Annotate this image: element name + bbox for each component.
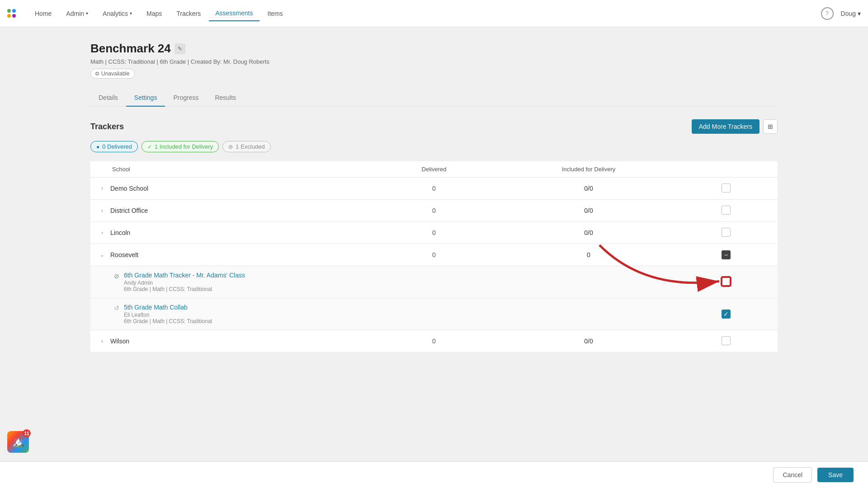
nav-bar: Home Admin ▾ Analytics ▾ Maps Trackers A…: [0, 0, 868, 27]
checkbox-cell[interactable]: [675, 178, 778, 200]
filter-excluded[interactable]: ⊘ 1 Excluded: [222, 141, 270, 152]
checkbox-cell[interactable]: [675, 222, 778, 244]
trackers-table-container: School Delivered Included for Delivery ›…: [90, 161, 778, 352]
tracker-admin: Eli Leafton: [124, 312, 667, 318]
sub-checkbox-cell[interactable]: [675, 266, 778, 298]
school-name: Wilson: [110, 338, 129, 345]
table-row: › District Office 0 0/0: [90, 200, 778, 222]
admin-chevron-icon: ▾: [86, 11, 88, 16]
tracker-info: 5th Grade Math Collab Eli Leafton 6th Gr…: [124, 304, 667, 324]
included-label: 1 Included for Delivery: [155, 143, 213, 150]
delivered-label: 0 Delivered: [102, 143, 132, 150]
collapse-icon[interactable]: ⌄: [98, 250, 107, 259]
school-cell: › District Office: [90, 200, 365, 222]
nav-admin[interactable]: Admin ▾: [60, 6, 94, 21]
school-cell: ⌄ Roosevelt: [90, 244, 365, 266]
include-checkbox[interactable]: [722, 336, 731, 345]
delivered-cell: 0: [365, 222, 503, 244]
nav-maps[interactable]: Maps: [140, 6, 168, 21]
include-checkbox-highlighted[interactable]: [722, 277, 731, 286]
sub-row-detail: ↺ 5th Grade Math Collab Eli Leafton 6th …: [90, 298, 675, 330]
nav-home[interactable]: Home: [28, 6, 58, 21]
tracker-meta: 6th Grade | Math | CCSS: Traditional: [124, 286, 667, 292]
status-badge[interactable]: Unavailable: [90, 69, 135, 79]
tracker-info: 6th Grade Math Tracker - Mr. Adams' Clas…: [124, 272, 667, 292]
tracker-meta: 6th Grade | Math | CCSS: Traditional: [124, 318, 667, 324]
user-menu[interactable]: Doug ▾: [841, 10, 861, 17]
nav-assessments[interactable]: Assessments: [209, 6, 259, 21]
nav-logo[interactable]: [7, 9, 18, 18]
analytics-chevron-icon: ▾: [130, 11, 132, 16]
excluded-icon: ⊘: [228, 144, 233, 150]
page-header: Benchmark 24 ✎ Math | CCSS: Traditional …: [90, 42, 778, 79]
expand-icon[interactable]: ›: [98, 337, 107, 346]
logo-dot-1: [7, 9, 11, 13]
school-cell: › Lincoln: [90, 222, 365, 244]
delivered-cell: 0: [365, 244, 503, 266]
checkbox-cell[interactable]: [675, 200, 778, 222]
table-row: › Wilson 0 0/0: [90, 330, 778, 352]
nav-analytics[interactable]: Analytics ▾: [96, 6, 138, 21]
sub-row: ↺ 5th Grade Math Collab Eli Leafton 6th …: [90, 298, 778, 330]
trackers-settings-button[interactable]: ⊞: [763, 119, 778, 134]
user-chevron-icon: ▾: [858, 10, 861, 17]
tracker-admin: Andy Admin: [124, 280, 667, 286]
help-button[interactable]: ?: [821, 7, 834, 20]
included-cell: 0: [503, 244, 675, 266]
tab-results[interactable]: Results: [207, 89, 244, 107]
include-checkbox-minus[interactable]: −: [722, 250, 731, 259]
logo-dot-2: [12, 9, 16, 13]
included-status-icon: ↺: [114, 305, 119, 312]
sub-checkbox-cell[interactable]: ✓: [675, 298, 778, 330]
expand-icon[interactable]: ›: [98, 228, 107, 237]
expand-icon[interactable]: ›: [98, 206, 107, 215]
tab-progress[interactable]: Progress: [165, 89, 207, 107]
trackers-table: School Delivered Included for Delivery ›…: [90, 161, 778, 352]
school-name: Lincoln: [110, 229, 130, 236]
col-action: [675, 161, 778, 178]
nav-items-link[interactable]: Items: [261, 6, 289, 21]
filter-included[interactable]: ✓ 1 Included for Delivery: [142, 141, 219, 152]
table-row: › Demo School 0 0/0: [90, 178, 778, 200]
filter-delivered[interactable]: ● 0 Delivered: [90, 141, 138, 152]
include-checkbox-checked[interactable]: ✓: [722, 310, 731, 319]
page-title: Benchmark 24: [90, 42, 171, 56]
include-checkbox[interactable]: [722, 183, 731, 192]
col-included: Included for Delivery: [503, 161, 675, 178]
tracker-name: 5th Grade Math Collab: [124, 304, 667, 311]
sub-row: ⊘ 6th Grade Math Tracker - Mr. Adams' Cl…: [90, 266, 778, 298]
school-name: District Office: [110, 207, 148, 214]
checkbox-cell[interactable]: −: [675, 244, 778, 266]
grid-icon: ⊞: [768, 123, 773, 130]
sub-row-detail: ⊘ 6th Grade Math Tracker - Mr. Adams' Cl…: [90, 266, 675, 298]
school-name: Demo School: [110, 185, 148, 192]
nav-items: Home Admin ▾ Analytics ▾ Maps Trackers A…: [28, 6, 821, 21]
add-more-trackers-button[interactable]: Add More Trackers: [692, 119, 760, 134]
include-checkbox[interactable]: [722, 206, 731, 215]
tab-details[interactable]: Details: [90, 89, 126, 107]
bottom-widget[interactable]: 🏔️ 11: [7, 431, 33, 456]
included-icon: ✓: [147, 144, 152, 150]
edit-title-button[interactable]: ✎: [175, 43, 185, 54]
tab-bar: Details Settings Progress Results: [90, 89, 778, 107]
page-title-row: Benchmark 24 ✎: [90, 42, 778, 56]
filter-badges: ● 0 Delivered ✓ 1 Included for Delivery …: [90, 141, 778, 152]
cancel-button[interactable]: Cancel: [773, 467, 812, 483]
included-cell: 0/0: [503, 178, 675, 200]
nav-trackers[interactable]: Trackers: [170, 6, 207, 21]
checkbox-cell[interactable]: [675, 330, 778, 352]
included-cell: 0/0: [503, 330, 675, 352]
excluded-status-icon: ⊘: [114, 272, 119, 280]
delivered-icon: ●: [96, 144, 99, 150]
table-row: ⌄ Roosevelt 0 0 −: [90, 244, 778, 266]
tab-settings[interactable]: Settings: [126, 89, 165, 107]
logo-dot-4: [12, 14, 16, 18]
page-meta: Math | CCSS: Traditional | 6th Grade | C…: [90, 58, 778, 65]
widget-icon: 🏔️ 11: [7, 431, 29, 453]
trackers-section-header: Trackers Add More Trackers ⊞: [90, 119, 778, 134]
expand-icon[interactable]: ›: [98, 184, 107, 193]
save-button[interactable]: Save: [817, 468, 854, 482]
school-cell: › Wilson: [90, 330, 365, 352]
include-checkbox[interactable]: [722, 228, 731, 237]
col-delivered: Delivered: [365, 161, 503, 178]
